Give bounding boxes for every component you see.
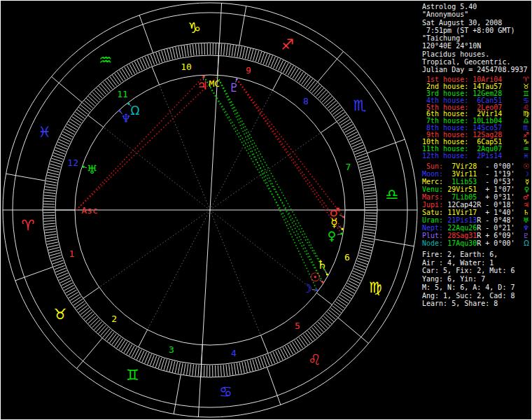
wheel-planet-moon: ☽ [302, 281, 312, 295]
label-asc: Asc [81, 205, 97, 216]
house-cusp [316, 293, 332, 304]
planet-name: Moon: [422, 170, 443, 178]
aspect-line [218, 76, 328, 274]
house-cusp [139, 330, 148, 347]
sign-boundary [174, 374, 181, 414]
planet-row: Venu: 29Vir51 + 1°07'♀ [422, 186, 531, 193]
house-number-4: 4 [231, 348, 237, 358]
wheel-sign-♏: ♏ [354, 97, 367, 114]
planet-position: 17Aqu30 [443, 239, 477, 247]
planet-velocity: - 0°21' [481, 224, 514, 232]
wheel-planet-mars: ♂ [329, 205, 340, 219]
info-panel: Astrolog 5.40"Anonymous"Sat August 30, 2… [422, 1, 531, 419]
planet-position: 3Vir11 [443, 170, 477, 178]
planet-name: Uran: [422, 216, 443, 224]
planet-row: Merc: 1Lib53 - 0°53'☿ [422, 178, 531, 186]
planet-velocity: - 1°19' [481, 170, 514, 178]
sign-boundary [52, 77, 83, 103]
planet-row: Nept: 22Aqu26R - 0°21'♆ [422, 224, 531, 232]
chart-wheel: ♈♉♊♋♌♍♎♏♐♑♒♓123456789101112☉☽☿♀♂♃♄♅♆♇ΩAs… [1, 1, 421, 419]
planet-position: 7Lib05 [443, 193, 477, 201]
house-cusp-extension [210, 133, 321, 210]
house-cusp-extension [99, 210, 210, 287]
house-number-1: 1 [69, 248, 75, 259]
planet-position: 7Vir28 [443, 162, 477, 170]
wheel-planet-node: Ω [130, 104, 139, 118]
house-cusp [321, 122, 337, 133]
summary-line: Fire: 2, Earth: 6, [422, 251, 531, 259]
summary-line: Ang: 1, Suc: 2, Cad: 8 [422, 292, 531, 300]
sign-boundary [374, 239, 414, 246]
house-cusp [261, 335, 269, 354]
planet-name: Mars: [422, 193, 443, 201]
planet-icon: Ω [524, 239, 529, 247]
house-number-5: 5 [295, 321, 300, 331]
planet-velocity: - 0°53' [481, 178, 514, 186]
planet-icon: ♂ [523, 193, 529, 201]
sign-boundary [139, 15, 153, 53]
wheel-sign-♐: ♐ [281, 36, 294, 53]
planet-position: 1Lib53 [443, 178, 477, 186]
house-cusp-extension [210, 210, 316, 293]
planet-velocity: - 0°00' [481, 162, 514, 170]
house-cusp-extension [210, 90, 272, 210]
house-cusp-extension [104, 127, 210, 210]
house-number-10: 10 [181, 62, 192, 72]
wheel-svg: ♈♉♊♋♌♍♎♏♐♑♒♓123456789101112☉☽☿♀♂♃♄♅♆♇ΩAs… [1, 1, 421, 419]
sign-boundary [77, 338, 103, 369]
wheel-sign-♋: ♋ [219, 384, 232, 400]
header-line: "Taichung" [422, 34, 531, 42]
planet-dot-saturn [326, 273, 328, 275]
wheel-planet-jupiter: ♃ [197, 78, 207, 92]
wheel-planet-saturn: ♄ [316, 258, 327, 272]
header-line: Julian Day = 2454708.9937 [422, 66, 531, 74]
summary-line: Air : 4, Water: 1 [422, 259, 531, 267]
planet-dot-jupiter [203, 76, 205, 78]
planet-row: Node: 17Aqu30R + 0°00'Ω [422, 239, 531, 247]
planet-row: Moon: 3Vir11 - 1°19'☽ [422, 170, 531, 178]
summary-line: M: 5, N: 6, A: 4, D: 7 [422, 284, 531, 292]
house-number-12: 12 [67, 158, 78, 168]
planet-velocity: - 0°48' [481, 216, 514, 224]
sign-boundary [338, 318, 369, 344]
planet-dot-mercury [342, 228, 344, 230]
zodiac-sign-icon: ♓ [523, 153, 529, 160]
header-line: Placidus houses. [422, 50, 531, 58]
planet-row: Sun: 7Vir28 - 0°00'☉ [422, 162, 531, 170]
wheel-sign-♓: ♓ [38, 124, 51, 141]
planet-icon: ♀ [524, 186, 529, 193]
house-cusp [88, 115, 104, 127]
header-line: "Anonymous" [422, 10, 531, 18]
planet-dot-uranus [83, 166, 85, 168]
wheel-planet-venus: ♀ [328, 229, 336, 243]
planet-position-list: Sun: 7Vir28 - 0°00'☉Moon: 3Vir11 - 1°19'… [422, 162, 531, 247]
planet-name: Nept: [422, 224, 443, 232]
planet-name: Satu: [422, 209, 443, 216]
chart-header: Astrolog 5.40"Anonymous"Sat August 30, 2… [422, 3, 531, 74]
aspect-line [218, 76, 317, 290]
house-number-2: 2 [111, 314, 117, 324]
planet-icon: ♅ [523, 216, 529, 224]
planet-icon: ☿ [525, 178, 529, 186]
header-line: 7:51pm (ST +8:00 GMT) [422, 27, 531, 34]
planet-position: 21Pis13 [443, 216, 477, 224]
house-cusp [83, 287, 99, 298]
label-mc: MC [209, 78, 220, 89]
house-cusp-extension [148, 210, 210, 330]
header-line: Tropical, Geocentric. [422, 58, 531, 66]
aspect-line [204, 76, 327, 274]
planet-velocity: + 1°40' [481, 209, 514, 216]
house-cusp-extension [160, 85, 211, 210]
wheel-sign-♍: ♍ [369, 279, 382, 296]
planet-velocity: + 0°00' [481, 239, 514, 247]
header-line: 120°40E 24°10N [422, 42, 531, 50]
house-number-3: 3 [169, 344, 174, 355]
wheel-planet-uranus: ♅ [87, 162, 97, 176]
planet-dot-mars [342, 216, 344, 218]
planet-icon: ☉ [523, 162, 529, 170]
planet-name: Merc: [422, 178, 443, 186]
house-text: 12th house: 2Pis14 [422, 152, 502, 160]
planet-name: Jupi: [422, 201, 443, 209]
summary-line: Yang: 6, Yin: 7 [422, 275, 531, 284]
planet-dot-venus [340, 232, 342, 234]
